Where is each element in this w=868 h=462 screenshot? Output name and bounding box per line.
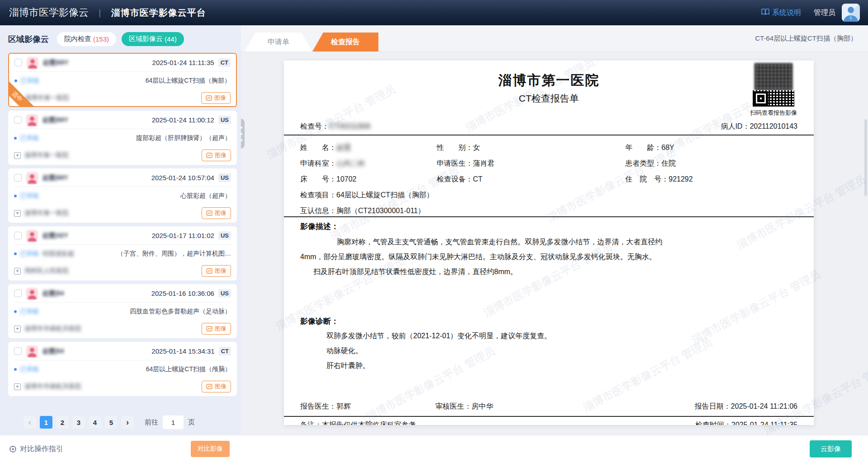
main-panel: 申请单 检查报告 CT-64层以上螺旋CT扫描（胸部） 淄博市第一医院 CT检查…: [241, 25, 868, 462]
prev-page-button[interactable]: [24, 416, 36, 429]
field-mutual-recognition: 互认信息：胸部（CT210300001-011）: [300, 206, 797, 216]
card-checkbox[interactable]: [14, 59, 22, 66]
patient-name: 赵霞|64: [42, 347, 64, 355]
card-row-exam: 已审核 心脏彩超（超声）: [14, 187, 231, 205]
field-department: 申请科室：心内二科: [300, 159, 437, 168]
divider-line: [284, 135, 814, 135]
exam-time: 检查时间：2025-01-24 11:11:35: [695, 420, 797, 425]
card-row-hospital: 淄博市市级机关医院 图像: [14, 321, 231, 337]
diagnosis-line: 双肺多发微小结节，较前（2021-12-01）变化不明显，建议年度复查。: [300, 331, 797, 341]
qr-code: [753, 90, 794, 107]
image-icon: [206, 210, 212, 216]
compare-images-button[interactable]: 对比影像: [191, 441, 230, 457]
divider-line: [284, 216, 814, 217]
expand-icon[interactable]: [14, 268, 21, 275]
exam-card[interactable]: 赵霞|68Y 2025-01-24 11:00:12 US 已审核 腹部彩超（肝…: [8, 111, 237, 165]
exam-card[interactable]: 赵霞|68Y 2025-01-24 10:57:04 US 已审核 心脏彩超（超…: [8, 168, 237, 223]
patient-id-row: 病人ID：202112010143: [721, 122, 797, 131]
card-row-exam: 已审核 经阴道彩超 （子宫、附件、周围），超声计算机图…: [14, 245, 231, 263]
current-exam-context: CT-64层以上螺旋CT扫描（胸部）: [755, 25, 857, 52]
review-doctor: 审核医生：房中华: [435, 402, 493, 411]
card-checkbox[interactable]: [14, 232, 22, 239]
image-icon: [206, 326, 212, 331]
card-checkbox[interactable]: [14, 174, 22, 182]
card-checkbox[interactable]: [14, 347, 22, 355]
card-row-exam: 已审核 四肢血管彩色多普勒超声（足动脉）: [14, 303, 231, 321]
expand-icon[interactable]: [14, 383, 21, 390]
qr-code-blurred: [755, 63, 793, 90]
next-page-button[interactable]: [121, 416, 134, 429]
sidebar-collapse-handle[interactable]: [241, 119, 245, 149]
field-exam-item: 检查项目：64层以上螺旋CT扫描（胸部）: [300, 191, 797, 200]
card-row-hospital: 淄博市第一医院 图像: [14, 205, 231, 221]
sidebar-title: 区域影像云: [8, 34, 49, 45]
exam-card[interactable]: 赵霞|68Y 2025-01-24 11:11:35 CT 已审核 64层以上螺…: [8, 53, 237, 107]
view-images-button[interactable]: 图像: [202, 381, 231, 392]
view-images-button[interactable]: 图像: [202, 207, 231, 219]
patient-id-label: 病人ID：: [721, 122, 750, 130]
exam-name: 心脏彩超（超声）: [180, 192, 231, 200]
expand-icon[interactable]: [14, 152, 21, 159]
card-row-identity: 赵霞|68Y 2025-01-24 11:11:35 CT: [14, 54, 231, 72]
card-row-hospital: 淄博市第一医院 图像: [14, 147, 231, 163]
modality-badge: US: [218, 289, 231, 298]
app-body: 区域影像云 院内检查 (153) 区域影像云 (44) 赵霞|68Y 2025-…: [0, 25, 868, 462]
exam-datetime: 2025-01-24 11:00:12: [152, 116, 214, 124]
exam-card[interactable]: 赵霞|64 2025-01-14 15:34:31 CT 已审核 64层以上螺旋…: [8, 342, 237, 396]
tab-request-form[interactable]: 申请单: [245, 33, 312, 51]
exam-status: 已审核: [20, 134, 39, 142]
report-note-row: 备注：本报告仅供本院临床科室参考 检查时间：2025-01-24 11:11:3…: [300, 420, 797, 425]
hospital-name: 淄博市第一医院: [24, 151, 69, 159]
exam-name: （子宫、附件、周围），超声计算机图…: [117, 250, 231, 258]
card-checkbox[interactable]: [14, 289, 22, 297]
page-button-4[interactable]: 4: [89, 416, 101, 429]
scrollbar-thumb[interactable]: [864, 119, 867, 196]
report-paper: 淄博市第一医院 CT检查报告单 扫码查看报告影像 检查号：CT00211906 …: [284, 61, 814, 425]
patient-avatar: [26, 345, 38, 357]
status-dot: [14, 137, 17, 140]
page-button-5[interactable]: 5: [105, 416, 118, 429]
system-help-link[interactable]: 系统说明: [761, 8, 801, 18]
exam-name: 64层以上螺旋CT扫描（胸部）: [146, 77, 231, 85]
view-images-button[interactable]: 图像: [202, 149, 231, 161]
exam-card[interactable]: 赵霞|42Y 2025-01-17 11:01:02 US 已审核 经阴道彩超 …: [8, 226, 237, 280]
guide-icon: [9, 445, 17, 453]
tab-in-hospital-exams[interactable]: 院内检查 (153): [57, 32, 116, 46]
tab-label: 区域影像云: [129, 35, 163, 43]
page-button-2[interactable]: 2: [56, 416, 69, 429]
field-device: 检查设备：CT: [437, 175, 625, 184]
exam-datetime: 2025-01-16 10:36:06: [151, 289, 214, 297]
tab-regional-cloud[interactable]: 区域影像云 (44): [122, 32, 184, 46]
username-label: 管理员: [814, 8, 835, 18]
modality-badge: US: [218, 231, 231, 240]
page-button-1[interactable]: 1: [40, 416, 52, 429]
cloud-images-button[interactable]: 云影像: [810, 440, 852, 457]
card-checkbox[interactable]: [14, 116, 22, 124]
page-button-3[interactable]: 3: [72, 416, 85, 429]
pagination: 1 2 3 4 5 前往 页: [0, 410, 241, 435]
exam-name: 腹部彩超（肝胆脾胰肾）（超声）: [136, 134, 231, 142]
exam-datetime: 2025-01-14 15:34:31: [151, 347, 214, 355]
exam-card-list: 赵霞|68Y 2025-01-24 11:11:35 CT 已审核 64层以上螺…: [0, 52, 241, 410]
compare-guide-link[interactable]: 对比操作指引: [9, 435, 63, 462]
description-line: 扫及肝右叶顶部见结节状囊性低密度灶，边界清，直径约8mm。: [300, 267, 797, 277]
view-images-button[interactable]: 图像: [201, 92, 231, 104]
exam-card[interactable]: 赵霞|64 2025-01-16 10:36:06 US 已审核 四肢血管彩色多…: [8, 284, 237, 338]
help-label: 系统说明: [772, 8, 801, 18]
exam-number-value: CT00211906: [329, 122, 370, 130]
exam-name: 64层以上螺旋CT扫描（颅脑）: [146, 365, 231, 373]
qr-caption: 扫码查看报告影像: [749, 109, 798, 117]
hospital-name: 淄博市第一医院: [25, 94, 69, 102]
expand-icon[interactable]: [14, 326, 21, 332]
expand-icon[interactable]: [14, 210, 21, 217]
diagnosis-line: 动脉硬化。: [300, 346, 797, 356]
view-images-button[interactable]: 图像: [202, 323, 231, 335]
exam-status: 已审核: [20, 365, 39, 373]
goto-page-input[interactable]: [163, 415, 184, 429]
patient-name: 赵霞|68Y: [43, 59, 69, 67]
view-images-label: 图像: [215, 209, 226, 217]
exam-status: 已审核: [20, 192, 39, 200]
view-images-button[interactable]: 图像: [202, 265, 231, 277]
tab-exam-report[interactable]: 检查报告: [312, 33, 378, 51]
user-avatar[interactable]: [842, 4, 860, 22]
